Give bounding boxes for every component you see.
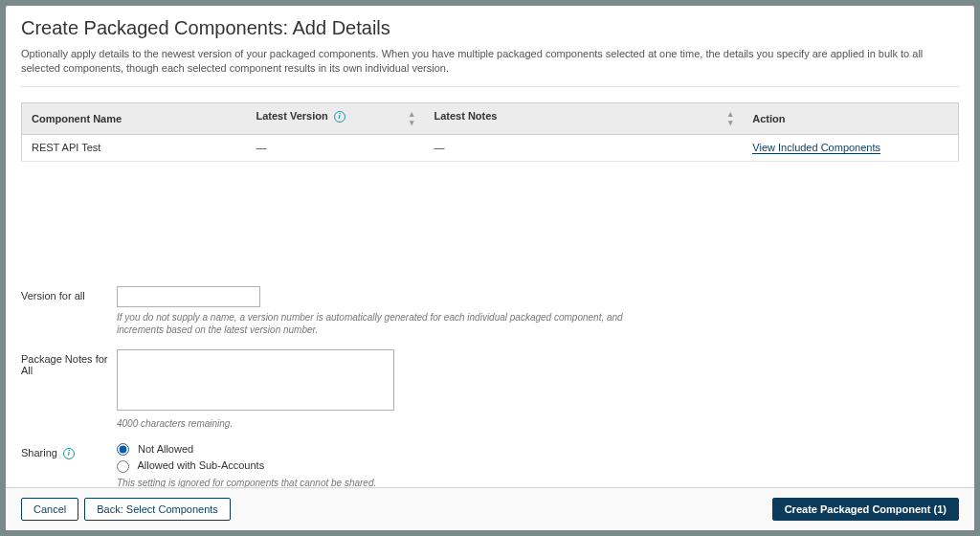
footer: Cancel Back: Select Components Create Pa… — [6, 487, 974, 530]
notes-textarea[interactable] — [117, 349, 394, 411]
sharing-label: Sharing i — [21, 443, 117, 459]
version-help-text: If you do not supply a name, a version n… — [117, 311, 643, 336]
cell-action: View Included Components — [743, 134, 958, 161]
view-included-components-link[interactable]: View Included Components — [752, 142, 880, 154]
cell-latest-notes: — — [424, 134, 743, 161]
page-title: Create Packaged Components: Add Details — [21, 17, 959, 39]
back-button[interactable]: Back: Select Components — [84, 498, 231, 521]
notes-label: Package Notes for All — [21, 349, 117, 376]
sort-icon[interactable]: ▴▾ — [728, 110, 733, 127]
version-input[interactable] — [117, 286, 260, 307]
radio-not-allowed-input[interactable] — [117, 443, 129, 456]
cell-component-name: REST API Test — [22, 134, 247, 161]
radio-not-allowed[interactable]: Not Allowed — [117, 443, 643, 457]
page-description: Optionally apply details to the newest v… — [21, 47, 959, 87]
radio-allowed-sub-input[interactable] — [117, 460, 129, 473]
content-area: Component Name Latest Version i ▴▾ Lates… — [6, 95, 974, 487]
col-latest-version[interactable]: Latest Version i ▴▾ — [246, 102, 424, 134]
table-row: REST API Test — — View Included Componen… — [22, 134, 959, 161]
notes-counter: 4000 characters remaining. — [117, 417, 643, 430]
form-area: Version for all If you do not supply a n… — [21, 286, 959, 487]
modal-dialog: Create Packaged Components: Add Details … — [6, 6, 974, 530]
version-label: Version for all — [21, 286, 117, 302]
sharing-help-text: This setting is ignored for components t… — [117, 477, 643, 487]
modal-header: Create Packaged Components: Add Details … — [6, 6, 974, 95]
create-packaged-component-button[interactable]: Create Packaged Component (1) — [772, 498, 959, 521]
sharing-radio-group: Not Allowed Allowed with Sub-Accounts — [117, 443, 643, 473]
col-action: Action — [743, 102, 958, 134]
components-table: Component Name Latest Version i ▴▾ Lates… — [21, 102, 959, 162]
info-icon[interactable]: i — [334, 111, 345, 123]
sort-icon[interactable]: ▴▾ — [410, 110, 414, 127]
radio-allowed-sub[interactable]: Allowed with Sub-Accounts — [117, 459, 643, 473]
cancel-button[interactable]: Cancel — [21, 498, 78, 521]
cell-latest-version: — — [246, 134, 424, 161]
info-icon[interactable]: i — [63, 448, 75, 459]
col-component-name[interactable]: Component Name — [22, 102, 247, 134]
col-latest-notes[interactable]: Latest Notes ▴▾ — [424, 102, 743, 134]
